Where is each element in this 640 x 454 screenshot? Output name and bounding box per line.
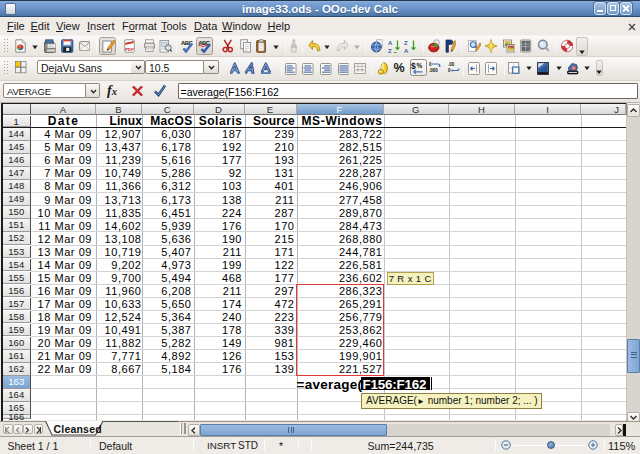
svg-text:.000: .000 [429,68,438,73]
svg-text:.00: .00 [448,62,455,67]
svg-text:Z: Z [404,39,408,45]
svg-text:A: A [404,47,409,53]
svg-text:PDF: PDF [125,47,134,52]
svg-text:$: $ [411,61,416,71]
svg-text:%: % [417,62,423,69]
svg-text:0: 0 [429,62,432,67]
svg-text:Z: Z [388,47,392,53]
svg-text:A: A [388,39,393,45]
svg-text:0: 0 [448,68,451,73]
